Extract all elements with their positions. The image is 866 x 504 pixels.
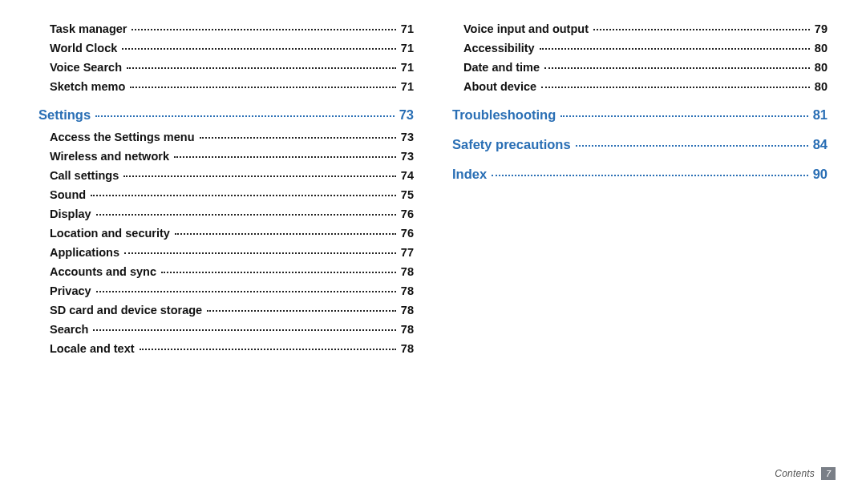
toc-item-label: Location and security <box>50 227 170 240</box>
toc-item-label: World Clock <box>50 42 117 54</box>
toc-column-left: Task manager71World Clock71Voice Search7… <box>38 22 414 361</box>
toc-leader-dots <box>96 291 396 292</box>
toc-page-number: 80 <box>815 61 828 74</box>
toc-item-row[interactable]: Call settings74 <box>38 169 414 182</box>
toc-leader-dots <box>541 87 810 88</box>
toc-item-label: Sound <box>50 188 86 201</box>
toc-item-row[interactable]: Accounts and sync78 <box>38 265 414 278</box>
toc-page-number: 71 <box>401 61 414 74</box>
toc-item-label: Display <box>50 208 91 220</box>
toc-leader-dots <box>130 87 396 88</box>
toc-page-number: 80 <box>815 42 828 54</box>
toc-item-label: Search <box>50 323 88 336</box>
toc-section-row[interactable]: Index90 <box>452 167 828 182</box>
toc-item-label: Access the Settings menu <box>50 131 195 143</box>
toc-leader-dots <box>124 252 396 254</box>
toc-item-label: Voice input and output <box>463 22 589 35</box>
footer-page-number: 7 <box>821 467 836 480</box>
toc-page-number: 73 <box>399 107 414 123</box>
toc-leader-dots <box>175 233 396 235</box>
toc-item-label: Date and time <box>463 61 540 74</box>
toc-leader-dots <box>576 145 808 147</box>
toc-page-number: 77 <box>401 246 414 259</box>
toc-page-number: 71 <box>401 42 414 54</box>
toc-leader-dots <box>91 195 396 196</box>
toc-page-number: 84 <box>813 137 828 152</box>
toc-item-row[interactable]: Voice Search71 <box>38 61 414 74</box>
toc-leader-dots <box>540 48 810 50</box>
toc-page-number: 78 <box>401 284 414 297</box>
toc-leader-dots <box>492 175 808 176</box>
toc-column-right: Voice input and output79Accessibility80D… <box>452 22 828 361</box>
toc-item-row[interactable]: Search78 <box>38 323 414 336</box>
toc-section-label: Settings <box>38 107 91 123</box>
toc-item-row[interactable]: Wireless and network73 <box>38 150 414 163</box>
toc-item-label: Voice Search <box>50 61 122 74</box>
toc-item-row[interactable]: Task manager71 <box>38 22 414 35</box>
toc-page-number: 78 <box>401 304 414 317</box>
toc-columns: Task manager71World Clock71Voice Search7… <box>38 22 828 361</box>
toc-item-label: Applications <box>50 246 119 259</box>
toc-page-number: 74 <box>401 169 414 182</box>
toc-leader-dots <box>161 272 396 273</box>
toc-item-row[interactable]: World Clock71 <box>38 42 414 54</box>
toc-item-row[interactable]: Display76 <box>38 208 414 220</box>
toc-item-label: Accessibility <box>463 42 535 54</box>
toc-item-label: Sketch memo <box>50 80 125 93</box>
toc-page-number: 90 <box>813 167 828 182</box>
toc-leader-dots <box>96 214 396 216</box>
toc-item-row[interactable]: Voice input and output79 <box>452 22 828 35</box>
toc-page-number: 71 <box>401 80 414 93</box>
toc-item-row[interactable]: Applications77 <box>38 246 414 259</box>
toc-section-label: Safety precautions <box>452 137 571 152</box>
toc-leader-dots <box>593 29 810 30</box>
toc-leader-dots <box>544 67 810 69</box>
toc-page-number: 75 <box>401 188 414 201</box>
toc-section-row[interactable]: Troubleshooting81 <box>452 107 828 123</box>
toc-leader-dots <box>174 156 396 158</box>
toc-page-number: 71 <box>401 22 414 35</box>
toc-item-row[interactable]: Privacy78 <box>38 284 414 297</box>
toc-page-number: 78 <box>401 323 414 336</box>
toc-item-row[interactable]: Access the Settings menu73 <box>38 131 414 143</box>
toc-item-label: Privacy <box>50 284 91 297</box>
toc-leader-dots <box>93 329 395 331</box>
toc-item-row[interactable]: About device80 <box>452 80 828 93</box>
toc-leader-dots <box>127 67 396 69</box>
toc-leader-dots <box>95 115 395 117</box>
toc-section-row[interactable]: Settings73 <box>38 107 414 123</box>
toc-item-label: Call settings <box>50 169 119 182</box>
toc-item-row[interactable]: Sound75 <box>38 188 414 201</box>
toc-page-number: 79 <box>815 22 828 35</box>
toc-page-number: 78 <box>401 265 414 278</box>
toc-leader-dots <box>140 349 396 350</box>
toc-page-number: 73 <box>401 150 414 163</box>
toc-section-row[interactable]: Safety precautions84 <box>452 137 828 152</box>
toc-item-row[interactable]: SD card and device storage78 <box>38 304 414 317</box>
toc-item-row[interactable]: Locale and text78 <box>38 342 414 355</box>
toc-section-label: Index <box>452 167 487 182</box>
toc-section-label: Troubleshooting <box>452 107 556 123</box>
toc-item-label: Wireless and network <box>50 150 169 163</box>
toc-page-number: 81 <box>813 107 828 123</box>
toc-item-label: Task manager <box>50 22 127 35</box>
toc-item-row[interactable]: Accessibility80 <box>452 42 828 54</box>
toc-item-row[interactable]: Location and security76 <box>38 227 414 240</box>
toc-item-row[interactable]: Sketch memo71 <box>38 80 414 93</box>
toc-item-label: Accounts and sync <box>50 265 156 278</box>
footer-section-label: Contents <box>775 468 815 479</box>
toc-item-label: Locale and text <box>50 342 135 355</box>
toc-item-row[interactable]: Date and time80 <box>452 61 828 74</box>
toc-leader-dots <box>207 310 396 312</box>
toc-leader-dots <box>123 175 396 177</box>
page-footer: Contents 7 <box>775 467 836 480</box>
toc-leader-dots <box>560 115 807 117</box>
toc-page-number: 78 <box>401 342 414 355</box>
toc-page-number: 76 <box>401 208 414 220</box>
toc-item-label: About device <box>463 80 536 93</box>
toc-leader-dots <box>132 29 395 30</box>
toc-leader-dots <box>200 137 396 139</box>
toc-item-label: SD card and device storage <box>50 304 202 317</box>
contents-page: Task manager71World Clock71Voice Search7… <box>0 0 866 504</box>
toc-page-number: 73 <box>401 131 414 143</box>
